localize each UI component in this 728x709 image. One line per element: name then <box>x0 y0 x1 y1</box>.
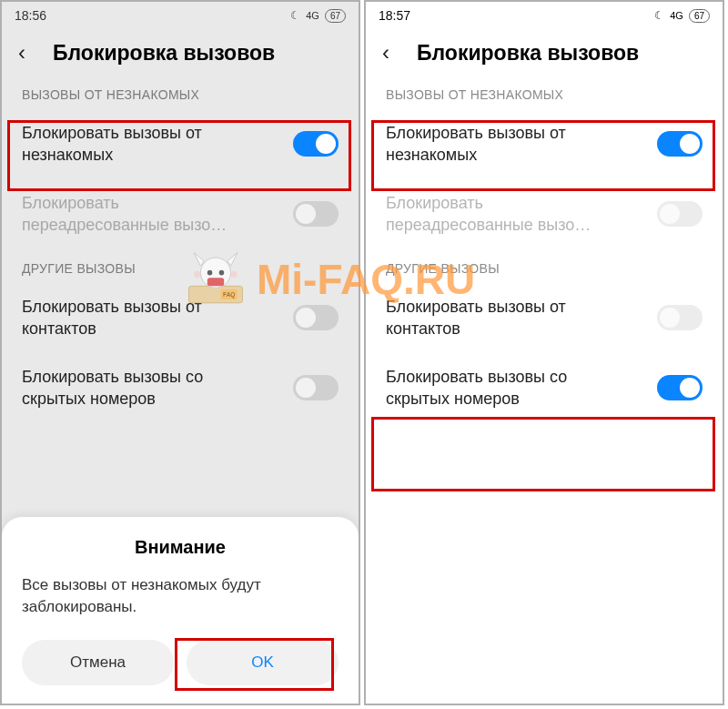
status-bar: 18:57 ☾ 4G 67 <box>366 2 723 29</box>
toggle-forwarded[interactable] <box>293 201 339 227</box>
status-bar: 18:56 ☾ 4G 67 <box>2 2 359 29</box>
row-label: Блокировать вызовы от контактов <box>386 296 622 340</box>
row-block-hidden[interactable]: Блокировать вызовы со скрытых номеров <box>2 353 359 423</box>
page-title: Блокировка вызовов <box>53 41 275 66</box>
phone-left: 18:56 ☾ 4G 67 ‹ Блокировка вызовов ВЫЗОВ… <box>0 0 360 705</box>
dialog-body: Все вызовы от незнакомых будут заблокиро… <box>22 574 339 618</box>
back-icon[interactable]: ‹ <box>18 40 36 66</box>
status-right: ☾ 4G 67 <box>290 9 346 23</box>
network-label: 4G <box>670 10 683 21</box>
status-right: ☾ 4G 67 <box>654 9 710 23</box>
page-header: ‹ Блокировка вызовов <box>2 29 359 75</box>
battery-value: 67 <box>330 10 340 22</box>
status-time: 18:56 <box>15 8 46 23</box>
row-label: Блокировать переадресованные вызо… <box>386 192 622 237</box>
dnd-icon: ☾ <box>290 9 300 22</box>
dialog-actions: Отмена OK <box>22 640 339 685</box>
section-other-calls: ДРУГИЕ ВЫЗОВЫ <box>2 248 359 283</box>
row-label: Блокировать переадресованные вызо… <box>22 192 258 237</box>
dnd-icon: ☾ <box>654 9 664 22</box>
row-label: Блокировать вызовы со скрытых номеров <box>22 366 258 410</box>
confirm-dialog: Внимание Все вызовы от незнакомых будут … <box>2 517 359 704</box>
row-label: Блокировать вызовы от незнакомых <box>22 122 258 167</box>
dialog-title: Внимание <box>22 537 339 558</box>
toggle-hidden[interactable] <box>293 375 339 400</box>
row-label: Блокировать вызовы от незнакомых <box>386 122 622 167</box>
toggle-hidden[interactable] <box>657 375 703 400</box>
toggle-block-unknown[interactable] <box>657 131 703 157</box>
row-block-contacts[interactable]: Блокировать вызовы от контактов <box>366 283 723 353</box>
row-block-contacts[interactable]: Блокировать вызовы от контактов <box>2 283 359 353</box>
row-label: Блокировать вызовы от контактов <box>22 296 258 340</box>
toggle-contacts[interactable] <box>293 305 339 330</box>
section-unknown-calls: ВЫЗОВЫ ОТ НЕЗНАКОМЫХ <box>2 75 359 109</box>
network-label: 4G <box>306 10 319 21</box>
battery-icon: 67 <box>689 9 710 23</box>
ok-button[interactable]: OK <box>187 640 339 685</box>
page-title: Блокировка вызовов <box>417 41 639 66</box>
section-other-calls: ДРУГИЕ ВЫЗОВЫ <box>366 248 723 283</box>
toggle-forwarded[interactable] <box>657 201 703 227</box>
toggle-contacts[interactable] <box>657 305 703 330</box>
row-forwarded[interactable]: Блокировать переадресованные вызо… <box>2 179 359 249</box>
row-block-hidden[interactable]: Блокировать вызовы со скрытых номеров <box>366 353 723 423</box>
phone-right: 18:57 ☾ 4G 67 ‹ Блокировка вызовов ВЫЗОВ… <box>364 0 724 705</box>
toggle-block-unknown[interactable] <box>293 131 339 157</box>
battery-icon: 67 <box>325 9 346 23</box>
section-unknown-calls: ВЫЗОВЫ ОТ НЕЗНАКОМЫХ <box>366 75 723 109</box>
row-block-unknown[interactable]: Блокировать вызовы от незнакомых <box>366 109 723 179</box>
battery-value: 67 <box>694 10 704 22</box>
cancel-button[interactable]: Отмена <box>22 640 174 685</box>
page-header: ‹ Блокировка вызовов <box>366 29 723 75</box>
row-label: Блокировать вызовы со скрытых номеров <box>386 366 622 410</box>
highlight-block-hidden <box>371 417 715 491</box>
status-time: 18:57 <box>379 8 410 23</box>
back-icon[interactable]: ‹ <box>382 40 400 66</box>
row-block-unknown[interactable]: Блокировать вызовы от незнакомых <box>2 109 359 179</box>
row-forwarded[interactable]: Блокировать переадресованные вызо… <box>366 179 723 249</box>
